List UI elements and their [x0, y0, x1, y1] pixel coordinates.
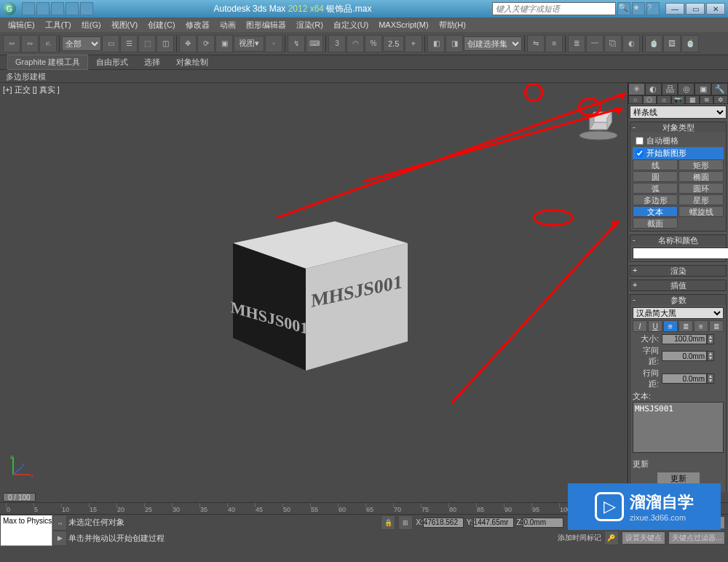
angle-snap-icon[interactable]: ◠ — [347, 35, 364, 52]
lights-icon[interactable]: ☼ — [657, 95, 671, 104]
shape-arc[interactable]: 弧 — [633, 183, 678, 194]
geometry-icon[interactable]: ○ — [628, 95, 643, 104]
window-crossing-icon[interactable]: ◫ — [157, 35, 174, 52]
spinner-icon[interactable]: ▲▼ — [707, 351, 714, 361]
time-slider-knob[interactable]: 0 / 100 — [3, 493, 36, 502]
helpers-icon[interactable]: ▦ — [685, 95, 700, 104]
manipulate-icon[interactable]: ↯ — [288, 35, 305, 52]
snap-icon[interactable]: ⌖ — [405, 35, 422, 52]
menu-views[interactable]: 视图(V) — [106, 20, 143, 31]
viewcube[interactable] — [577, 105, 620, 141]
pivot-icon[interactable]: ◦ — [265, 35, 282, 52]
render-setup-icon[interactable]: 🍵 — [645, 35, 662, 52]
shape-ngon[interactable]: 多边形 — [633, 194, 678, 205]
shape-rectangle[interactable]: 矩形 — [678, 159, 724, 170]
shape-section[interactable]: 截面 — [633, 218, 678, 229]
ribbon-tab-graphite[interactable]: Graphite 建模工具 — [7, 55, 88, 70]
menu-customize[interactable]: 自定义(U) — [328, 20, 373, 31]
named-selection-sets[interactable]: 创建选择集 — [464, 36, 522, 51]
viewport-label[interactable]: [+] 正交 [] 真实 ] — [3, 84, 60, 95]
bind-icon[interactable]: ⎌ — [39, 35, 57, 52]
display-tab-icon[interactable]: ▣ — [695, 83, 711, 95]
menu-create[interactable]: 创建(C) — [143, 20, 180, 31]
move-icon[interactable]: ✥ — [179, 35, 197, 52]
leading-input[interactable] — [662, 373, 707, 384]
kerning-input[interactable] — [662, 351, 707, 361]
systems-icon[interactable]: ✲ — [713, 95, 728, 104]
render-frame-icon[interactable]: 🖼 — [663, 35, 681, 52]
align-left-button[interactable]: ≡ — [663, 320, 678, 332]
select-filter[interactable]: 全部 — [62, 36, 101, 51]
maximize-button[interactable]: ▭ — [686, 3, 705, 15]
rollout-object-type[interactable]: -对象类型 — [630, 122, 726, 132]
curve-editor-icon[interactable]: 〰 — [586, 35, 604, 52]
shape-ellipse[interactable]: 椭圆 — [678, 171, 724, 182]
select-icon[interactable]: ▭ — [102, 35, 119, 52]
coord-x[interactable] — [423, 518, 464, 528]
text-content[interactable]: MHSJS001 — [633, 402, 724, 453]
align-justify-button[interactable]: ≣ — [709, 320, 724, 332]
menu-tools[interactable]: 工具(T) — [40, 20, 76, 31]
menu-group[interactable]: 组(G) — [76, 20, 106, 31]
menu-modifiers[interactable]: 修改器 — [181, 20, 215, 31]
abs-rel-icon[interactable]: ⊞ — [398, 515, 413, 530]
autogrid-checkbox[interactable] — [636, 137, 644, 145]
select-region-icon[interactable]: ⬚ — [138, 35, 156, 52]
menu-rendering[interactable]: 渲染(R) — [291, 20, 328, 31]
ribbon-tab-freeform[interactable]: 自由形式 — [88, 55, 136, 70]
shapes-icon[interactable]: ⬡ — [643, 95, 657, 104]
mirror-icon[interactable]: ⇋ — [527, 35, 545, 52]
help-icon[interactable]: ★ — [632, 2, 645, 15]
keyfilter-button[interactable]: 关键点过滤器... — [668, 531, 725, 545]
coord-y[interactable] — [473, 518, 514, 528]
menu-grapheditors[interactable]: 图形编辑器 — [241, 20, 291, 31]
utilities-tab-icon[interactable]: 🔧 — [711, 83, 728, 95]
cameras-icon[interactable]: 📷 — [671, 95, 686, 104]
ribbon-tab-selection[interactable]: 选择 — [136, 55, 168, 70]
rollout-interp[interactable]: +插值 — [630, 280, 726, 290]
rollout-render[interactable]: +渲染 — [630, 266, 726, 276]
startnew-checkbox[interactable] — [636, 149, 644, 157]
align-right-button[interactable]: ≡ — [694, 320, 708, 332]
percent-snap-icon[interactable]: % — [365, 35, 382, 52]
rollout-params[interactable]: -参数 — [630, 295, 726, 305]
font-select[interactable]: 汉鼎简大黑 — [633, 307, 724, 319]
schematic-icon[interactable]: ⿻ — [604, 35, 622, 52]
create-tab-icon[interactable]: ✳ — [628, 83, 645, 95]
shape-line[interactable]: 线 — [633, 159, 678, 170]
maxscript-listener[interactable]: Max to Physics ( — [0, 515, 52, 546]
menu-help[interactable]: 帮助(H) — [434, 20, 471, 31]
lock-selection-icon[interactable]: 🔒 — [381, 515, 395, 530]
layers-icon[interactable]: ≣ — [568, 35, 585, 52]
spacewarps-icon[interactable]: ≋ — [700, 95, 714, 104]
render-icon[interactable]: 🍵 — [681, 35, 699, 52]
snap-toggle-icon[interactable]: 3 — [328, 35, 346, 52]
hierarchy-tab-icon[interactable]: 品 — [662, 83, 678, 95]
select-name-icon[interactable]: ☰ — [120, 35, 138, 52]
named-sel-icon[interactable]: ◨ — [446, 35, 463, 52]
menu-edit[interactable]: 编辑(E) — [3, 20, 40, 31]
tb-icon[interactable] — [80, 2, 93, 15]
object-name-input[interactable] — [633, 248, 728, 259]
viewport[interactable]: [+] 正交 [] 真实 ] MHSJS001 MHSJS001 x z y — [0, 83, 628, 492]
named-sel-icon[interactable]: ◧ — [427, 35, 445, 52]
info-search[interactable] — [492, 2, 616, 15]
tb-icon[interactable] — [51, 2, 64, 15]
setkey-toggle[interactable]: 设置关键点 — [622, 531, 665, 545]
align-center-button[interactable]: ≣ — [678, 320, 693, 332]
rotate-icon[interactable]: ⟳ — [197, 35, 215, 52]
motion-tab-icon[interactable]: ◎ — [678, 83, 695, 95]
help-icon[interactable]: ? — [646, 2, 660, 15]
spinner-icon[interactable]: ▲▼ — [707, 373, 714, 384]
menu-animation[interactable]: 动画 — [215, 20, 241, 31]
tb-icon[interactable] — [22, 2, 35, 15]
size-input[interactable] — [662, 334, 707, 344]
shape-helix[interactable]: 螺旋线 — [678, 206, 724, 217]
search-icon[interactable]: 🔍 — [617, 2, 630, 15]
underline-button[interactable]: U — [648, 320, 662, 332]
shape-star[interactable]: 星形 — [678, 194, 724, 205]
keymode-icon[interactable]: ⌨ — [306, 35, 323, 52]
ribbon-tab-paint[interactable]: 对象绘制 — [168, 55, 216, 70]
key-large-icon[interactable]: 🔑 — [604, 531, 619, 545]
tb-icon[interactable] — [36, 2, 50, 15]
